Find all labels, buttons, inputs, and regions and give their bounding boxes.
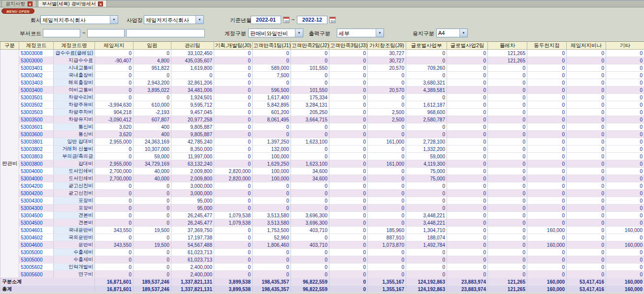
menu-open-button[interactable]: MENU OPEN [1, 8, 34, 14]
table-row[interactable]: 53003801일반 접대비2,955,00024,363,16942,785,… [0, 138, 644, 146]
amount-cell: 7,500 [253, 72, 291, 79]
tab-notice[interactable]: 공지사항 x [1, 0, 36, 7]
table-row[interactable]: 판관비53003008급수수료(클레임)0033,102,450000030,7… [0, 50, 644, 57]
table-row[interactable]: 53004600운반비343,55019,50054,567,48801,806… [0, 241, 644, 249]
amount-cell: 198,435,357 [253, 278, 291, 286]
table-row[interactable]: 53004000도서인쇄비2,700,00040,0002,009,8002,8… [0, 168, 644, 175]
amount-cell: 0 [488, 123, 527, 131]
amount-cell: 24,363,169 [133, 138, 171, 146]
amount-cell: 0 [368, 101, 406, 109]
output-type-select[interactable]: 세부 ▼ [337, 29, 384, 37]
amount-cell: 63,132,240 [171, 160, 214, 168]
period-from-input[interactable]: 2022-01 [251, 16, 281, 24]
grand-total-row[interactable]: 총계16,871,601189,537,2461,337,821,1313,89… [0, 286, 644, 293]
amount-cell: 0 [291, 50, 329, 57]
amount-cell: 0 [95, 197, 133, 205]
table-row[interactable]: 53003502차량주유비-3,994,630610,0009,595,7120… [0, 101, 644, 109]
table-row[interactable]: 53003000지급수수료-90,4074,800435,035,6070000… [0, 57, 644, 64]
amount-cell: 0 [406, 190, 447, 197]
amount-cell: 0 [488, 182, 527, 190]
table-row[interactable]: 53004602국외운반비0017,197,738052,96000887,91… [0, 234, 644, 241]
account-name: 수출제비 [54, 249, 95, 256]
table-row[interactable]: 53003500차량유지비-3,090,412607,80720,977,258… [0, 116, 644, 123]
amount-cell: 30,727 [368, 57, 406, 64]
amount-cell: 1,079,538 [214, 212, 253, 219]
table-row[interactable]: 53005000수출제비0061,023,71300000000000 [0, 249, 644, 256]
close-icon[interactable]: x [98, 1, 103, 6]
amount-cell: 1,629,250 [253, 160, 291, 168]
amount-cell: 0 [214, 205, 253, 212]
table-row[interactable]: 53003400여비교통비03,895,02234,481,0060596,50… [0, 87, 644, 94]
amount-cell: 0 [567, 116, 606, 123]
amount-cell: 0 [133, 249, 171, 256]
company-select[interactable]: 제일저지주식회사 ▼ [40, 15, 118, 24]
dept-code-from-input[interactable] [43, 29, 80, 37]
account-code: 53003601 [19, 123, 54, 131]
calendar-icon[interactable] [283, 17, 290, 23]
table-row[interactable]: 53005600연구비002,400,00000000000000 [0, 271, 644, 278]
subtotal-row[interactable]: 구분소계16,871,601189,537,2461,337,821,1313,… [0, 278, 644, 286]
account-code: 53004600 [19, 241, 54, 249]
table-row[interactable]: 53004601국내운반비343,55019,50037,369,75001,7… [0, 227, 644, 234]
amount-cell: 0 [95, 79, 133, 87]
close-icon[interactable]: x [28, 1, 32, 6]
table-row[interactable]: 53003800접대비2,955,00034,729,16963,132,240… [0, 160, 644, 168]
amount-cell: 205,250 [291, 109, 329, 116]
amount-cell: 0 [329, 57, 368, 64]
table-row[interactable]: 53004200광고선전비003,000,00000000000000 [0, 190, 644, 197]
amount-cell: 0 [567, 264, 606, 271]
table-row[interactable]: 53003401시내교통비0951,8221,619,8000589,00010… [0, 64, 644, 72]
amount-cell: 0 [447, 79, 488, 87]
period-to-input[interactable]: 2022-12 [297, 16, 327, 24]
account-name: 도서인쇄비 [54, 175, 95, 182]
account-type-select[interactable]: 판매비와일반비 ▼ [248, 29, 303, 37]
amount-cell: 0 [527, 72, 567, 79]
amount-cell: 9,805,887 [171, 123, 214, 131]
table-row[interactable]: 53003501차량수리비001,924,50101,617,400175,33… [0, 94, 644, 101]
amount-cell: 0 [606, 57, 644, 64]
calendar-icon[interactable] [329, 17, 336, 23]
table-row[interactable]: 53003402국내출장비00007,500000000000 [0, 72, 644, 79]
amount-cell: 0 [527, 175, 567, 182]
amount-cell: 1,806,460 [253, 241, 291, 249]
amount-cell: 343,550 [95, 227, 133, 234]
table-row[interactable]: 53004300포장비0095,00000000000000 [0, 197, 644, 205]
table-row[interactable]: 53003601통신비3,6204009,805,88700000000000 [0, 123, 644, 131]
account-name: 차량주차비 [54, 109, 95, 116]
amount-cell: 37,369,750 [171, 227, 214, 234]
amount-cell: 0 [447, 168, 488, 175]
dept-code-to-input[interactable] [87, 29, 125, 37]
chevron-down-icon: ▼ [376, 29, 384, 37]
amount-cell: 0 [368, 271, 406, 278]
amount-cell: 132,000 [253, 146, 291, 153]
app-window: 공지사항 x 부서별(세목) 경비명세서 x MENU OPEN 회사 제일저지… [0, 0, 644, 294]
table-row[interactable]: 53003403해외출장비02,943,20032,861,206000003,… [0, 79, 644, 87]
amount-cell: 0 [253, 205, 291, 212]
table-row[interactable]: 53003503차량주차비904,218-2,1939,457,0450601,… [0, 109, 644, 116]
amount-cell: 20,570 [368, 87, 406, 94]
table-row[interactable]: 53003802거래처 선물비010,307,0008,350,0000132,… [0, 146, 644, 153]
table-row[interactable]: 53004500견본비0026,245,4771,079,5383,513,58… [0, 212, 644, 219]
table-row[interactable]: 53003600통신비3,6204009,805,88700000000000 [0, 131, 644, 138]
workplace-select[interactable]: 제일저지주식회사 ▼ [144, 15, 204, 24]
amount-cell: 601,200 [253, 109, 291, 116]
amount-cell: 1,397,250 [253, 138, 291, 146]
table-row[interactable]: 53004000도서인쇄비2,700,00040,0002,009,8002,8… [0, 175, 644, 182]
amount-cell: 0 [527, 160, 567, 168]
table-row[interactable]: 53004300포장비0095,00000000000000 [0, 205, 644, 212]
amount-cell: 100,000 [253, 168, 291, 175]
account-name: 접대비 [54, 160, 95, 168]
amount-cell: 40,000 [133, 175, 171, 182]
amount-cell: 0 [406, 264, 447, 271]
table-row[interactable]: 53004200광고선전비003,000,00000000000000 [0, 182, 644, 190]
amount-cell: 0 [368, 123, 406, 131]
amount-cell: 0 [447, 160, 488, 168]
paper-type-select[interactable]: A4 ▼ [436, 29, 468, 37]
tab-expense-report[interactable]: 부서별(세목) 경비명세서 x [38, 0, 107, 7]
table-row[interactable]: 53005000수출제비0061,023,71300000000000 [0, 256, 644, 264]
table-row[interactable]: 53004500견본비0026,245,4771,079,5383,513,58… [0, 219, 644, 227]
table-row[interactable]: 53003803부의금/축의금059,00011,997,0000100,000… [0, 153, 644, 160]
filter-form: 회사 제일저지주식회사 ▼ 사업장 제일저지주식회사 ▼ 기준년월 2022-0… [0, 14, 644, 41]
amount-cell: 0 [567, 234, 606, 241]
table-row[interactable]: 53005602인력개발비002,400,00000000000000 [0, 264, 644, 271]
